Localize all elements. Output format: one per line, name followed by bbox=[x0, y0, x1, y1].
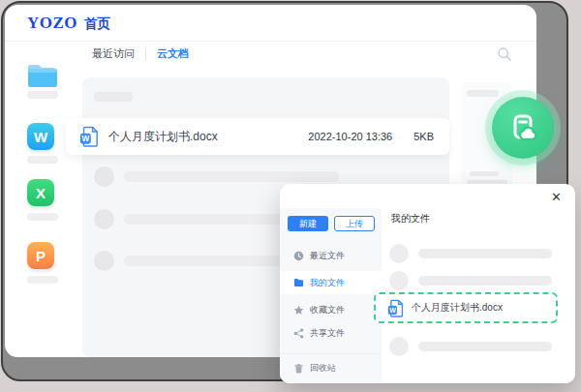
upload-button[interactable]: 上传 bbox=[334, 216, 375, 231]
tab-recent-visits[interactable]: 最近访问 bbox=[92, 46, 135, 61]
presentation-letter: P bbox=[36, 248, 46, 264]
menu-item-favorite-files[interactable]: 收藏文件 bbox=[280, 298, 382, 321]
trash-icon bbox=[293, 363, 304, 374]
menu-label: 回收站 bbox=[310, 362, 336, 375]
presentation-app-icon[interactable]: P bbox=[27, 242, 54, 269]
new-button[interactable]: 新建 bbox=[288, 216, 328, 231]
file-name: 个人月度计划书.docx bbox=[108, 129, 218, 145]
placeholder-bar bbox=[470, 171, 499, 176]
clock-icon bbox=[293, 251, 304, 261]
menu-item-recent-files[interactable]: 最近文件 bbox=[280, 244, 382, 267]
tab-cloud-docs[interactable]: 云文档 bbox=[157, 46, 189, 61]
app-header: YOZO 首页 bbox=[27, 14, 110, 33]
placeholder-bar bbox=[418, 276, 552, 286]
placeholder-avatar bbox=[389, 337, 409, 356]
cloud-doc-fab[interactable] bbox=[492, 97, 554, 159]
menu-item-shared-files[interactable]: 共享文件 bbox=[280, 321, 382, 345]
file-name: 个人月度计划书.docx bbox=[412, 301, 503, 315]
writer-letter: W bbox=[34, 129, 47, 145]
menu-label: 最近文件 bbox=[310, 250, 345, 262]
tab-bar: 最近访问 云文档 bbox=[92, 46, 189, 61]
file-size: 5KB bbox=[413, 131, 434, 142]
highlighted-file-row[interactable]: W 个人月度计划书.docx bbox=[374, 292, 558, 323]
placeholder-bar bbox=[94, 92, 133, 102]
placeholder-avatar bbox=[389, 271, 409, 290]
star-icon bbox=[293, 305, 304, 316]
folder-icon bbox=[293, 278, 304, 288]
placeholder-bar bbox=[418, 342, 552, 351]
modal-body: 新建 上传 最近文件 我的文件 bbox=[280, 208, 575, 383]
word-doc-icon: W bbox=[79, 126, 99, 147]
placeholder-avatar bbox=[94, 251, 114, 271]
placeholder-bar bbox=[27, 276, 58, 284]
page-title: 首页 bbox=[84, 15, 110, 33]
placeholder-bar bbox=[467, 90, 499, 97]
search-icon[interactable] bbox=[497, 46, 512, 62]
placeholder-bar bbox=[124, 171, 339, 182]
menu-item-recycle-bin[interactable]: 回收站 bbox=[293, 358, 336, 377]
app-dock: W X P bbox=[5, 42, 77, 357]
spreadsheet-app-icon[interactable]: X bbox=[27, 179, 54, 206]
modal-button-row: 新建 上传 bbox=[288, 216, 382, 231]
writer-app-icon[interactable]: W bbox=[27, 123, 54, 150]
menu-label: 收藏文件 bbox=[310, 304, 345, 317]
placeholder-bar bbox=[27, 91, 58, 99]
svg-text:W: W bbox=[82, 135, 90, 143]
word-doc-icon: W bbox=[387, 299, 404, 317]
sidebar-divider bbox=[280, 353, 382, 354]
share-icon bbox=[293, 328, 304, 339]
svg-text:W: W bbox=[389, 306, 396, 313]
close-icon[interactable]: ✕ bbox=[551, 191, 562, 203]
placeholder-avatar bbox=[389, 244, 409, 263]
file-modified-date: 2022-10-20 13:36 bbox=[308, 131, 392, 142]
placeholder-bar bbox=[418, 249, 552, 258]
menu-label: 我的文件 bbox=[310, 277, 345, 289]
folder-icon[interactable] bbox=[27, 63, 58, 88]
yozo-logo: YOZO bbox=[27, 14, 77, 33]
placeholder-avatar bbox=[94, 209, 114, 229]
modal-sidebar: 新建 上传 最近文件 我的文件 bbox=[280, 208, 382, 383]
placeholder-bar bbox=[27, 156, 58, 164]
screenshot-frame: YOZO 首页 W X P 最近访问 bbox=[0, 0, 581, 392]
file-manager-modal: ✕ 新建 上传 最近文件 bbox=[280, 184, 575, 383]
tab-divider bbox=[145, 48, 146, 60]
file-row[interactable]: W 个人月度计划书.docx 2022-10-20 13:36 5KB bbox=[66, 118, 449, 155]
modal-content: 我的文件 W 个人月度计划书.docx bbox=[382, 208, 575, 383]
placeholder-bar bbox=[27, 213, 58, 221]
doc-cloud-icon bbox=[506, 111, 539, 144]
modal-menu: 最近文件 我的文件 收藏文件 bbox=[280, 244, 382, 345]
placeholder-avatar bbox=[94, 166, 114, 187]
modal-section-title: 我的文件 bbox=[391, 212, 430, 226]
sheet-letter: X bbox=[36, 185, 46, 201]
menu-item-my-files[interactable]: 我的文件 bbox=[280, 271, 382, 294]
menu-label: 共享文件 bbox=[310, 327, 345, 340]
header-divider bbox=[5, 41, 536, 42]
